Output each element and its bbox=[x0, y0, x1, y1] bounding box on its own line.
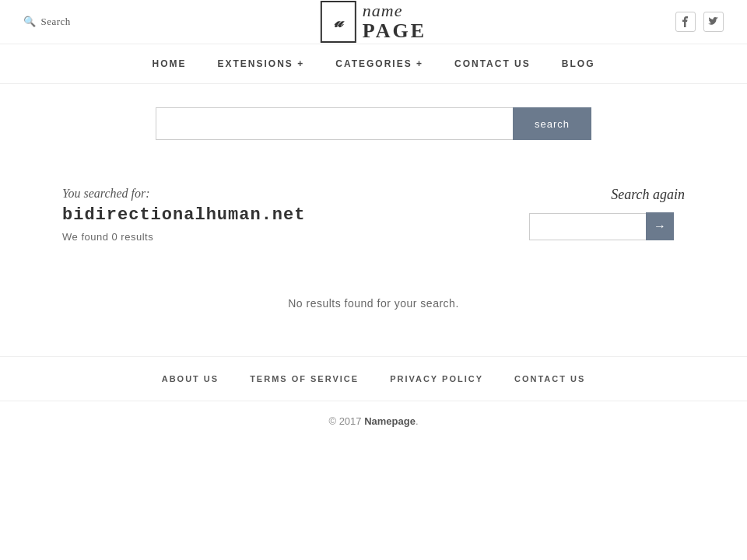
results-right: Search again → bbox=[529, 187, 685, 240]
search-input[interactable] bbox=[156, 107, 513, 140]
logo-name: name bbox=[363, 2, 426, 20]
logo-page: PAGE bbox=[363, 20, 426, 43]
nav-item-blog[interactable]: BLOG bbox=[562, 58, 595, 69]
footer-contact[interactable]: CONTACT US bbox=[514, 374, 585, 383]
copyright-brand: Namepage bbox=[364, 415, 416, 427]
logo-icon: 𝓊 bbox=[321, 1, 356, 43]
footer-privacy[interactable]: PRIVACY POLICY bbox=[390, 374, 483, 383]
logo-text: name PAGE bbox=[363, 2, 426, 43]
search-label: Search bbox=[41, 16, 71, 28]
site-header: 🔍 Search 𝓊 name PAGE bbox=[0, 0, 747, 44]
logo-icon-text: 𝓊 bbox=[334, 13, 342, 31]
nav-item-contact[interactable]: CONTACT US bbox=[454, 58, 531, 69]
results-section: You searched for: bidirectionalhuman.net… bbox=[31, 171, 716, 258]
copyright-end: . bbox=[416, 415, 419, 427]
footer-about[interactable]: ABOUT US bbox=[162, 374, 219, 383]
main-nav: HOME EXTENSIONS + CATEGORIES + CONTACT U… bbox=[0, 44, 747, 84]
searched-for-label: You searched for: bbox=[62, 187, 529, 201]
facebook-icon[interactable] bbox=[675, 12, 696, 32]
search-again-label: Search again bbox=[529, 187, 685, 203]
search-again-button[interactable]: → bbox=[646, 212, 674, 240]
search-again-input[interactable] bbox=[529, 213, 646, 240]
footer-terms[interactable]: TERMS OF SERVICE bbox=[250, 374, 359, 383]
search-button[interactable]: search bbox=[513, 107, 591, 140]
copyright-text: © 2017 bbox=[328, 415, 364, 427]
results-left: You searched for: bidirectionalhuman.net… bbox=[62, 187, 529, 243]
no-results-message: No results found for your search. bbox=[0, 274, 747, 356]
search-icon: 🔍 bbox=[23, 16, 37, 28]
twitter-icon[interactable] bbox=[703, 12, 724, 32]
nav-item-extensions[interactable]: EXTENSIONS + bbox=[218, 58, 305, 69]
header-search[interactable]: 🔍 Search bbox=[23, 16, 71, 28]
copyright: © 2017 Namepage. bbox=[0, 401, 747, 441]
searched-term: bidirectionalhuman.net bbox=[62, 205, 529, 225]
nav-item-categories[interactable]: CATEGORIES + bbox=[335, 58, 423, 69]
nav-item-home[interactable]: HOME bbox=[153, 58, 187, 69]
logo[interactable]: 𝓊 name PAGE bbox=[321, 1, 426, 43]
results-count: We found 0 results bbox=[62, 231, 529, 243]
footer-nav: ABOUT US TERMS OF SERVICE PRIVACY POLICY… bbox=[0, 357, 747, 401]
social-links bbox=[675, 12, 724, 32]
search-bar: search bbox=[156, 107, 591, 140]
search-section: search bbox=[0, 84, 747, 156]
search-again-form: → bbox=[529, 212, 685, 240]
